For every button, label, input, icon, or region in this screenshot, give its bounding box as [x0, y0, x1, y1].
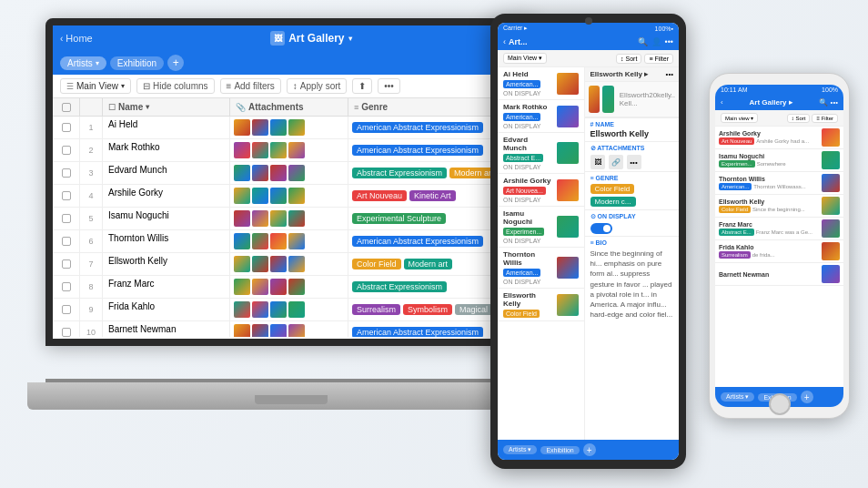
tablet-list-item[interactable]: Ai HeldAmerican...ON DISPLAY	[498, 67, 584, 100]
phone-list-item[interactable]: Barnett Newman	[715, 263, 843, 286]
row-checkbox[interactable]	[62, 259, 71, 269]
phone-back-icon[interactable]: ‹	[721, 98, 723, 107]
col-attach-label: Attachments	[248, 102, 304, 112]
row-checkbox[interactable]	[62, 214, 71, 223]
phone-search-icon[interactable]: 🔍	[819, 98, 828, 107]
tablet-person-icon[interactable]: 👤	[651, 37, 661, 46]
detail-artist-name: Ellsworth Kelly ▸	[590, 70, 649, 78]
row-name: Isamu Noguchi	[103, 208, 230, 229]
tablet-back-icon[interactable]: ‹	[503, 37, 506, 46]
phone-list-item[interactable]: Frida KahloSurrealismde frida...	[715, 240, 843, 263]
tablet-sort-filter: ↕ Sort ≡ Filter	[616, 54, 673, 64]
detail-more-icon[interactable]: •••	[666, 70, 673, 78]
tablet-item-thumb	[557, 257, 579, 279]
table-row[interactable]: 8Franz MarcAbstract Expressionism	[53, 276, 530, 299]
attachment-thumb	[288, 165, 305, 181]
view-selector[interactable]: ☰ Main View ▾	[60, 78, 131, 94]
table-row[interactable]: 2Mark RothkoAmerican Abstract Expression…	[53, 139, 530, 162]
phone-list-item[interactable]: Thornton WillisAmerican...Thornton Willo…	[715, 172, 843, 195]
phone-item-tags: Art NouveauArshile Gorky had a...	[719, 137, 818, 145]
tablet-main-view-btn[interactable]: Main View ▾	[503, 53, 547, 64]
tablet-camera	[585, 17, 592, 25]
row-name: Frida Kahlo	[103, 299, 230, 320]
tablet-item-info: Edvard MunchAbstract E...ON DISPLAY	[503, 136, 553, 170]
tablet-genre-tag: Experimen...	[503, 228, 544, 236]
more-button[interactable]: •••	[378, 78, 400, 94]
bottom-exhibition-label: Exhibition	[546, 447, 573, 453]
phone-genre-tag: Art Nouveau	[719, 137, 754, 145]
phone-more-icon[interactable]: •••	[831, 98, 838, 107]
tablet-carrier: Carrier ▸	[503, 25, 528, 32]
row-checkbox[interactable]	[62, 191, 71, 200]
tablet-list-item[interactable]: Arshile GorkyArt Nouvea...ON DISPLAY	[498, 174, 584, 207]
phone-artists-label: Artists ▾	[726, 393, 749, 401]
apply-sort-button[interactable]: ↕ Apply sort	[287, 78, 347, 94]
table-row[interactable]: 5Isamu NoguchiExperimental Sculpture	[53, 208, 530, 230]
table-row[interactable]: 3Edvard MunchAbstract ExpressionismModer…	[53, 162, 530, 185]
home-nav[interactable]: ‹ Home	[60, 33, 93, 44]
tablet-more-icon[interactable]: •••	[665, 37, 673, 46]
attachment-thumb	[270, 142, 287, 158]
bottom-tab-exhibition[interactable]: Exhibition	[540, 446, 579, 454]
phone-battery: 100%	[822, 86, 838, 93]
tab-exhibition[interactable]: Exhibition	[110, 56, 164, 70]
phone-sort-btn[interactable]: ↕ Sort	[787, 114, 811, 123]
row-checkbox[interactable]	[62, 237, 71, 246]
row-checkbox[interactable]	[62, 123, 71, 132]
add-filters-button[interactable]: ≡ Add filters	[220, 78, 281, 94]
tablet-item-tags: Color Field	[503, 309, 553, 318]
select-all-checkbox[interactable]	[62, 103, 71, 112]
phone-main-view-btn[interactable]: Main view ▾	[721, 113, 758, 123]
row-attachments	[230, 299, 348, 320]
add-tab-button[interactable]: +	[167, 55, 184, 71]
share-button[interactable]: ⬆	[352, 78, 372, 94]
tab-artists[interactable]: Artists ▾	[60, 56, 106, 70]
tablet-list-item[interactable]: Thornton WillisAmerican...ON DISPLAY	[498, 248, 584, 289]
phone-list-item[interactable]: Franz MarcAbstract E...Franz Marc was a …	[715, 218, 843, 240]
attachment-thumb	[270, 256, 287, 272]
genre-tag: Color Field	[352, 259, 401, 269]
phone-home-button[interactable]	[769, 393, 791, 415]
table-row[interactable]: 10Barnett NewmanAmerican Abstract Expres…	[53, 321, 530, 337]
bottom-tab-artists[interactable]: Artists ▾	[503, 445, 537, 454]
filter-icon: ≡	[227, 81, 232, 91]
tablet-list-item[interactable]: Isamu NoguchiExperimen...ON DISPLAY	[498, 207, 584, 248]
phone-filter-btn[interactable]: ≡ Filter	[812, 114, 838, 123]
table-row[interactable]: 4Arshile GorkyArt NouveauKinetic Art	[53, 185, 530, 208]
table-row[interactable]: 9Frida KahloSurrealismSymbolismMagical R…	[53, 299, 530, 321]
view-chevron-icon: ▾	[121, 82, 125, 90]
tablet-search-icon[interactable]: 🔍	[638, 37, 648, 46]
tablet-sort-btn[interactable]: ↕ Sort	[616, 54, 641, 64]
row-checkbox[interactable]	[62, 168, 71, 178]
phone-time: 10:11 AM	[721, 86, 748, 93]
detail-thumb-2	[602, 86, 614, 113]
row-checkbox[interactable]	[62, 328, 71, 337]
tablet-display-label: ON DISPLAY	[503, 279, 541, 285]
toggle-switch[interactable]	[590, 223, 612, 234]
table-row[interactable]: 6Thornton WillisAmerican Abstract Expres…	[53, 230, 530, 253]
phone-tab-artists[interactable]: Artists ▾	[721, 392, 754, 402]
row-checkbox[interactable]	[62, 146, 71, 155]
detail-name-value: Ellsworth Kelly	[585, 128, 679, 141]
genre-col-icon: ≡	[354, 103, 358, 112]
tablet-display-label: ON DISPLAY	[503, 197, 541, 203]
row-attachments	[230, 208, 348, 229]
row-checkbox[interactable]	[62, 282, 71, 291]
tablet-list-item[interactable]: Ellsworth KellyColor Field	[498, 289, 584, 321]
tablet-list-item[interactable]: Edvard MunchAbstract E...ON DISPLAY	[498, 133, 584, 174]
row-checkbox[interactable]	[62, 305, 71, 314]
hide-columns-button[interactable]: ⊟ Hide columns	[136, 78, 215, 94]
tablet-filter-btn[interactable]: ≡ Filter	[644, 54, 673, 64]
attachment-thumb	[288, 210, 305, 227]
tablet-list-item[interactable]: Mark RothkoAmerican...ON DISPLAY	[498, 100, 584, 133]
phone-list-item[interactable]: Arshile GorkyArt NouveauArshile Gorky ha…	[715, 127, 843, 149]
table-row[interactable]: 7Ellsworth KellyColor FieldModern art	[53, 253, 530, 276]
table-row[interactable]: 1Ai HeldAmerican Abstract Expressionism	[53, 117, 530, 139]
phone-add-tab[interactable]: +	[801, 391, 813, 403]
phone-list-item[interactable]: Ellsworth KellyColor FieldSince the begi…	[715, 195, 843, 218]
phone-item-tags: Experimen...Somewhere	[719, 159, 818, 168]
phone-item-thumb	[822, 265, 840, 283]
phone-list-item[interactable]: Isamu NoguchiExperimen...Somewhere	[715, 149, 843, 172]
bottom-add-tab[interactable]: +	[583, 443, 596, 456]
phone-item-name: Franz Marc	[719, 221, 818, 228]
